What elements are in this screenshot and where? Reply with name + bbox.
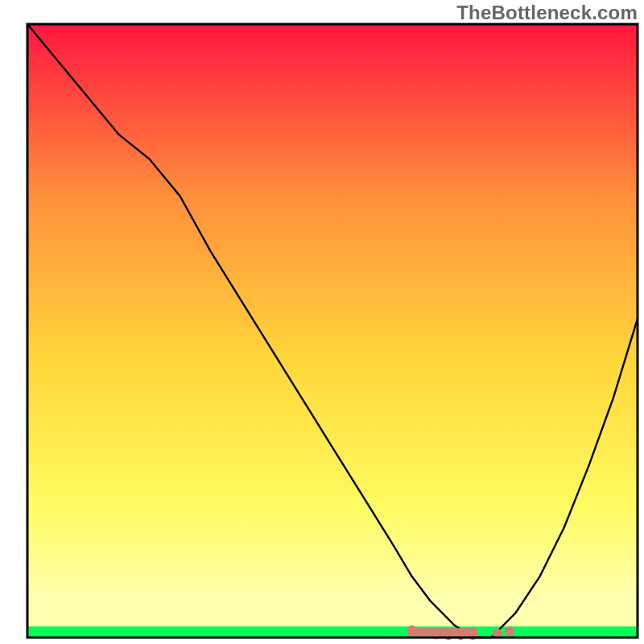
minimum-marker-band [407, 628, 478, 636]
chart-frame: TheBottleneck.com [0, 0, 644, 644]
green-bottom-band [27, 626, 638, 638]
minimum-marker [407, 625, 417, 635]
plot-background [27, 24, 638, 638]
watermark-text: TheBottleneck.com [456, 2, 638, 24]
bottleneck-chart [0, 0, 644, 644]
minimum-marker [505, 626, 514, 636]
